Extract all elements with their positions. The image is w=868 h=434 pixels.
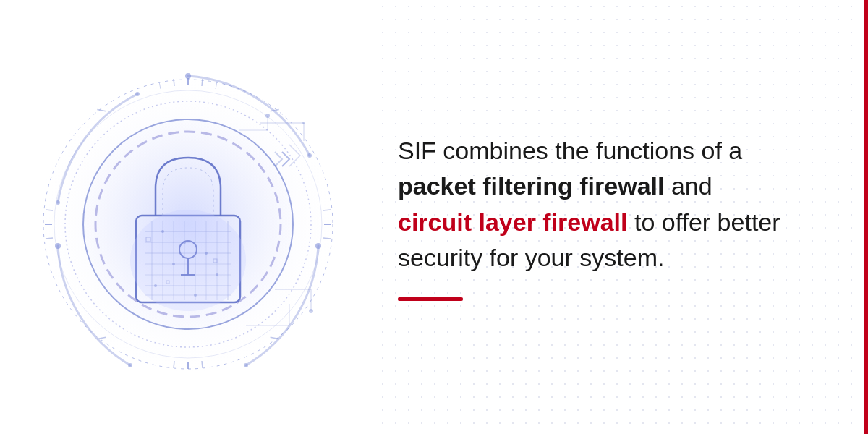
lock-illustration xyxy=(29,36,347,398)
svg-point-71 xyxy=(56,200,60,205)
svg-point-66 xyxy=(307,153,312,158)
intro-text: SIF combines the functions of a xyxy=(398,137,742,164)
svg-line-16 xyxy=(46,210,53,210)
bold-term-1: packet filtering firewall xyxy=(398,172,664,200)
svg-point-27 xyxy=(302,122,305,124)
svg-line-11 xyxy=(323,238,331,239)
svg-point-73 xyxy=(130,210,246,311)
svg-point-69 xyxy=(128,363,132,367)
svg-point-70 xyxy=(55,243,61,249)
red-underline-decoration xyxy=(398,297,463,301)
svg-line-6 xyxy=(174,79,174,86)
svg-point-67 xyxy=(315,243,321,249)
svg-line-17 xyxy=(46,238,53,239)
svg-line-14 xyxy=(202,361,203,368)
svg-point-26 xyxy=(265,114,270,118)
bold-term-2: circuit layer firewall xyxy=(398,208,628,236)
main-description: SIF combines the functions of a packet f… xyxy=(398,133,796,276)
svg-point-68 xyxy=(244,363,248,367)
text-content-block: SIF combines the functions of a packet f… xyxy=(398,133,796,301)
svg-line-10 xyxy=(323,210,331,210)
red-accent-border xyxy=(864,0,868,434)
page-container: SIF combines the functions of a packet f… xyxy=(0,0,868,434)
svg-line-5 xyxy=(202,79,203,86)
svg-point-72 xyxy=(135,92,140,96)
left-illustration-section xyxy=(0,0,376,434)
svg-point-30 xyxy=(309,309,313,313)
right-text-section: SIF combines the functions of a packet f… xyxy=(376,104,868,330)
svg-point-65 xyxy=(185,73,191,79)
svg-line-13 xyxy=(174,361,174,368)
connector-1: and xyxy=(664,172,712,200)
